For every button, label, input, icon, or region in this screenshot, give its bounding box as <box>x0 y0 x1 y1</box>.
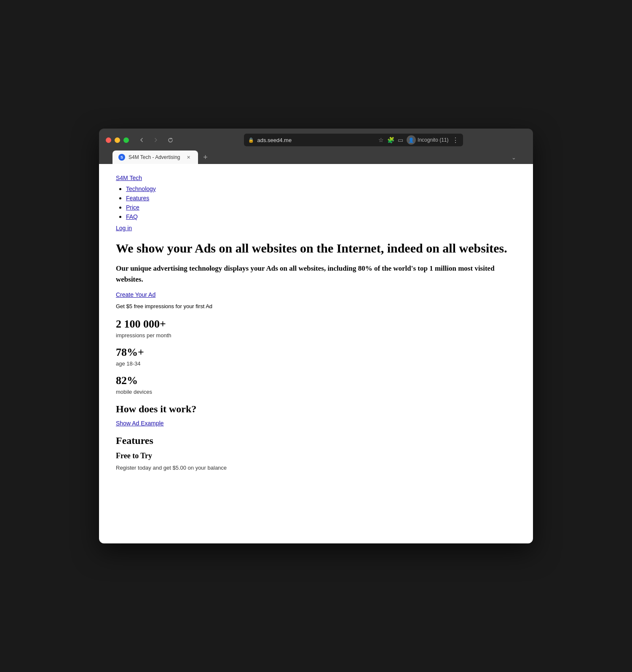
show-ad-example-link[interactable]: Show Ad Example <box>116 420 516 427</box>
nav-link-features[interactable]: Features <box>126 195 149 202</box>
stat-impressions: 2 100 000+ impressions per month <box>116 318 516 339</box>
incognito-badge: 👤 Incognito (11) <box>407 135 448 145</box>
hero-title: We show your Ads on all websites on the … <box>116 240 516 256</box>
stat-mobile-value: 82% <box>116 374 516 387</box>
forward-button[interactable] <box>150 134 162 146</box>
address-text: ads.seed4.me <box>257 137 292 143</box>
stats-section: 2 100 000+ impressions per month 78%+ ag… <box>116 318 516 395</box>
stat-age-value: 78%+ <box>116 346 516 359</box>
feature-free-title: Free to Try <box>116 452 516 460</box>
hero-section: We show your Ads on all websites on the … <box>116 240 516 309</box>
site-nav: S4M Tech Technology Features Price FAQ L… <box>116 174 516 231</box>
nav-link-faq[interactable]: FAQ <box>126 213 138 220</box>
nav-link-technology[interactable]: Technology <box>126 185 156 192</box>
new-tab-button[interactable]: + <box>200 151 212 163</box>
nav-item-faq: FAQ <box>126 213 516 220</box>
stat-age-label: age 18-34 <box>116 360 516 367</box>
stat-impressions-value: 2 100 000+ <box>116 318 516 331</box>
login-link[interactable]: Log in <box>116 225 516 231</box>
incognito-icon: 👤 <box>407 135 416 145</box>
how-it-works-section: How does it work? Show Ad Example <box>116 403 516 427</box>
create-ad-link[interactable]: Create Your Ad <box>116 291 516 298</box>
nav-item-price: Price <box>126 204 516 211</box>
features-title: Features <box>116 435 516 446</box>
promo-text: Get $5 free impressions for your first A… <box>116 303 516 309</box>
extensions-icon[interactable]: 🧩 <box>387 137 394 143</box>
stat-impressions-label: impressions per month <box>116 332 516 339</box>
maximize-button[interactable] <box>123 137 129 143</box>
incognito-label: Incognito (11) <box>418 137 448 143</box>
menu-dots-icon[interactable]: ⋮ <box>452 136 459 144</box>
stat-age: 78%+ age 18-34 <box>116 346 516 367</box>
nav-item-technology: Technology <box>126 185 516 193</box>
tab-list-button[interactable]: ⌄ <box>508 153 520 162</box>
back-button[interactable] <box>136 134 147 146</box>
minimize-button[interactable] <box>115 137 120 143</box>
bookmark-icon[interactable]: ☆ <box>378 137 384 143</box>
how-it-works-title: How does it work? <box>116 403 516 415</box>
feature-free-desc: Register today and get $5.00 on your bal… <box>116 464 516 472</box>
lock-icon: 🔒 <box>248 137 254 143</box>
features-section: Features Free to Try Register today and … <box>116 435 516 472</box>
nav-link-price[interactable]: Price <box>126 204 139 211</box>
stat-mobile-label: mobile devices <box>116 389 516 395</box>
tab-title: S4M Tech - Advertising <box>129 154 180 160</box>
hero-subtitle: Our unique advertising technology displa… <box>116 263 516 285</box>
reload-button[interactable] <box>164 134 176 146</box>
page-content: S4M Tech Technology Features Price FAQ L… <box>99 164 533 543</box>
feature-free-to-try: Free to Try Register today and get $5.00… <box>116 452 516 472</box>
close-button[interactable] <box>106 137 111 143</box>
nav-menu: Technology Features Price FAQ <box>116 185 516 220</box>
tab-close-button[interactable]: ✕ <box>185 154 192 161</box>
site-brand-link[interactable]: S4M Tech <box>116 175 142 181</box>
tab-favicon: S <box>118 154 125 161</box>
cast-icon[interactable]: ▭ <box>398 137 403 143</box>
stat-mobile: 82% mobile devices <box>116 374 516 395</box>
nav-item-features: Features <box>126 194 516 202</box>
active-tab[interactable]: S S4M Tech - Advertising ✕ <box>112 151 198 164</box>
address-bar[interactable]: 🔒 ads.seed4.me ☆ 🧩 ▭ 👤 Incognito (11) ⋮ <box>244 134 463 146</box>
